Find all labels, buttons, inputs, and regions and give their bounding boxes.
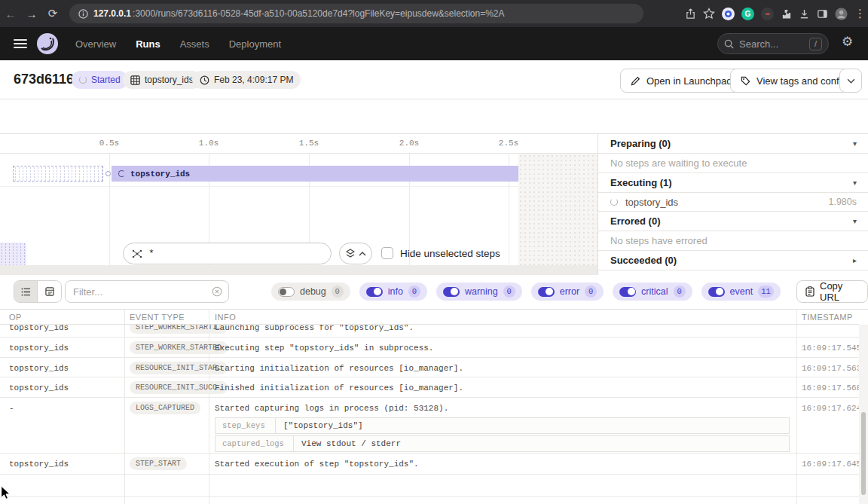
table-row[interactable]: topstory_ids STEP_WORKER_STARTED Executi… xyxy=(0,338,859,358)
nav-tab-runs[interactable]: Runs xyxy=(136,38,160,50)
table-row[interactable]: topstory_ids STEP_WORKER_STARTI… Launchi… xyxy=(0,325,859,338)
url-path: :3000/runs/673d6116-0528-45df-a510-00a51… xyxy=(133,8,505,19)
toggle-icon xyxy=(278,287,295,297)
axis-tick: 2.5s xyxy=(499,139,518,148)
step-selection-input[interactable] xyxy=(123,243,332,264)
status-spinner-icon xyxy=(79,76,87,84)
table-header: OP EVENT TYPE INFO TIMESTAMP xyxy=(0,310,859,325)
step-selection-value[interactable] xyxy=(148,248,299,259)
col-event-type: EVENT TYPE xyxy=(130,313,185,322)
open-in-launchpad-button[interactable]: Open in Launchpad xyxy=(620,69,742,93)
toggle-icon xyxy=(619,287,636,297)
metadata-row-step-keys: step_keys ["topstory_ids"] xyxy=(215,417,790,434)
extension-password-icon[interactable] xyxy=(722,8,735,20)
view-tags-config-button[interactable]: View tags and config xyxy=(730,69,857,93)
table-row-empty xyxy=(0,475,859,497)
copy-url-button[interactable]: Copy URL xyxy=(796,280,868,303)
browser-reload-icon[interactable]: ⟳ xyxy=(42,7,63,20)
run-job-tag[interactable]: topstory_ids xyxy=(123,71,201,89)
log-level-critical[interactable]: critical0 xyxy=(613,283,692,301)
log-filter-input-wrap xyxy=(65,280,229,303)
logs-view-structured-icon[interactable] xyxy=(38,281,61,302)
nav-tab-assets[interactable]: Assets xyxy=(180,38,209,50)
search-shortcut-key: / xyxy=(809,38,822,50)
address-bar[interactable]: 127.0.0.1:3000/runs/673d6116-0528-45df-a… xyxy=(69,4,643,23)
chevron-right-icon xyxy=(853,256,857,264)
col-info: INFO xyxy=(215,313,236,322)
section-succeeded[interactable]: Succeeded (0) xyxy=(598,251,868,270)
logs-toolbar: debug0 info0 warning0 error0 critical0 e… xyxy=(0,275,868,309)
gantt-toolbar: Hide not started steps Re-execute (topst… xyxy=(0,99,868,134)
site-info-icon[interactable] xyxy=(78,9,88,19)
bookmark-star-icon[interactable] xyxy=(703,8,715,20)
col-timestamp: TIMESTAMP xyxy=(802,313,853,322)
view-stdout-link[interactable]: View stdout / stderr xyxy=(294,436,408,451)
pane-splitter[interactable] xyxy=(0,265,598,275)
section-errored[interactable]: Errored (0) xyxy=(598,212,868,231)
executing-step-row[interactable]: topstory_ids 1.980s xyxy=(598,193,868,212)
global-search-input[interactable]: Search... / xyxy=(717,33,829,54)
graph-layers-button[interactable] xyxy=(339,243,372,264)
browser-actions: G ∞ ⋮ xyxy=(685,0,863,27)
gantt-waiting-box[interactable] xyxy=(13,166,103,182)
chevron-down-icon xyxy=(853,139,857,148)
side-panel-icon[interactable] xyxy=(817,8,828,20)
settings-gear-icon[interactable]: ⚙ xyxy=(842,34,853,49)
step-spinner-icon xyxy=(118,170,125,177)
log-level-error[interactable]: error0 xyxy=(531,283,604,301)
op-graph-icon xyxy=(132,249,142,259)
downloads-icon[interactable] xyxy=(799,8,810,20)
hide-unselected-label: Hide unselected steps xyxy=(400,248,500,259)
gantt-bar-label: topstory_ids xyxy=(130,170,190,179)
clear-filter-icon[interactable] xyxy=(212,286,222,297)
run-status-badge: Started xyxy=(72,71,128,89)
clipboard-icon xyxy=(805,286,815,297)
browser-forward-icon[interactable]: → xyxy=(21,8,42,20)
browser-back-icon[interactable]: ← xyxy=(0,8,21,20)
metadata-row-captured-logs: captured_logs View stdout / stderr xyxy=(215,435,790,452)
toggle-icon xyxy=(443,287,460,297)
section-executing[interactable]: Executing (1) xyxy=(598,173,868,193)
log-level-warning[interactable]: warning0 xyxy=(436,283,522,301)
table-row[interactable]: topstory_ids STEP_START Started executio… xyxy=(0,454,859,475)
chevron-down-icon xyxy=(847,78,855,84)
hide-unselected-checkbox[interactable] xyxy=(381,247,393,259)
step-duration: 1.980s xyxy=(828,197,857,207)
extension-grammarly-icon[interactable]: G xyxy=(741,8,754,20)
table-row[interactable]: topstory_ids RESOURCE_INIT_STAR… Startin… xyxy=(0,358,859,377)
browser-avatar[interactable] xyxy=(835,8,848,20)
run-actions-chevron-button[interactable] xyxy=(839,69,862,93)
gantt-step-bar[interactable]: topstory_ids xyxy=(112,166,518,182)
log-level-debug[interactable]: debug0 xyxy=(271,283,350,301)
log-level-event[interactable]: event11 xyxy=(701,283,781,301)
row-separator xyxy=(0,186,598,187)
dagster-logo[interactable] xyxy=(36,32,59,55)
gantt-dependency-marker xyxy=(105,171,111,176)
pencil-icon xyxy=(631,76,640,86)
axis-tick: 0.5s xyxy=(99,139,119,148)
toggle-icon xyxy=(538,287,555,297)
browser-menu-icon[interactable]: ⋮ xyxy=(854,7,863,20)
chevron-up-icon xyxy=(359,252,366,256)
nav-tab-deployment[interactable]: Deployment xyxy=(229,38,281,50)
search-icon xyxy=(724,39,734,49)
clock-icon xyxy=(200,75,209,85)
logs-view-unstructured-icon[interactable] xyxy=(14,281,38,302)
scrollbar-thumb[interactable] xyxy=(861,412,866,495)
run-time-tag[interactable]: Feb 23, 4:09:17 PM xyxy=(192,71,301,89)
extension-dark-icon[interactable]: ∞ xyxy=(761,8,774,20)
table-row-logs-captured[interactable]: - LOGS_CAPTURED Started capturing logs i… xyxy=(0,398,859,454)
log-level-info[interactable]: info0 xyxy=(359,283,427,301)
gantt-future-region xyxy=(518,154,598,265)
section-preparing[interactable]: Preparing (0) xyxy=(598,134,868,154)
share-icon[interactable] xyxy=(685,8,696,20)
hamburger-menu-icon[interactable] xyxy=(14,37,27,50)
nav-tab-overview[interactable]: Overview xyxy=(75,38,116,50)
extensions-puzzle-icon[interactable] xyxy=(781,8,792,20)
gridline xyxy=(109,154,110,265)
errored-empty-row: No steps have errored xyxy=(598,231,868,251)
log-filter-input[interactable] xyxy=(73,286,206,298)
run-id: 673d6116 xyxy=(14,72,74,87)
axis-tick: 1.0s xyxy=(199,139,219,148)
table-row[interactable]: topstory_ids RESOURCE_INIT_SUCC… Finishe… xyxy=(0,377,859,398)
